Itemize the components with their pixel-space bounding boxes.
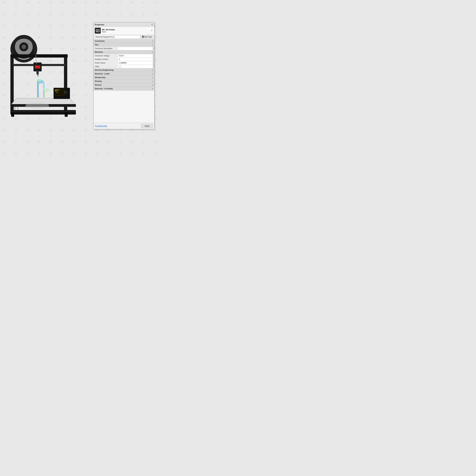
identity-data-label: Identity Data	[95, 76, 105, 79]
general-label: General	[95, 84, 102, 86]
section-electrical-engineering[interactable]: Electrical Engineering »	[94, 68, 154, 72]
panel-footer: Properties help Apply	[94, 122, 154, 129]
component-dropdown-icon[interactable]: ▼	[151, 30, 153, 32]
watermark-text: RD	[84, 24, 87, 27]
edit-type-button[interactable]: Edit Type	[141, 35, 153, 38]
watermark-text: RD	[37, 1, 41, 4]
watermark-text: RD	[130, 140, 134, 143]
watermark-text: RD	[49, 152, 53, 155]
watermark-text: RD	[84, 82, 87, 85]
watermark-text: RD	[119, 152, 122, 155]
phasing-label: Phasing	[95, 80, 102, 82]
watermark-text: RD	[26, 24, 30, 27]
number-of-poles-value: 1	[118, 58, 153, 61]
watermark-text: RD	[107, 152, 111, 155]
section-electrical-loads[interactable]: Electrical - Loads »	[94, 72, 154, 76]
watermark-text: RD	[72, 1, 76, 4]
properties-help-link[interactable]: Properties help	[95, 125, 107, 127]
section-identity-data[interactable]: Identity Data »	[94, 76, 154, 79]
electrical-circuiting-toggle: »	[152, 87, 153, 90]
connector-voltage-label: Connector Voltage	[94, 54, 118, 57]
watermark-text: RD	[3, 13, 6, 16]
svg-rect-44	[97, 30, 99, 30]
watermark-text: RD	[142, 152, 145, 155]
svg-rect-25	[55, 89, 56, 90]
svg-rect-46	[96, 32, 99, 32]
watermark-text: RD	[72, 152, 76, 155]
component-header: RD_3D Printer Black ▼	[94, 27, 154, 35]
utility-checkbox[interactable]	[119, 66, 121, 68]
electrical-engineering-toggle: »	[152, 69, 153, 71]
section-electrical-circuiting[interactable]: Electrical - Circuiting »	[94, 87, 154, 91]
number-of-poles-label: Number of Poles	[94, 58, 118, 61]
identity-data-toggle: »	[152, 76, 153, 79]
watermark-text: RD	[61, 24, 64, 27]
electrical-label: Electrical	[95, 51, 103, 53]
svg-rect-27	[55, 91, 56, 92]
watermark-text: RD	[142, 1, 145, 4]
watermark-text: RD	[14, 24, 18, 27]
watermark-text: RD	[61, 152, 64, 155]
watermark-text: RD	[14, 140, 18, 143]
watermark-text: RD	[84, 13, 87, 16]
panel-titlebar[interactable]: Properties ×	[94, 22, 154, 27]
watermark-text: RD	[14, 13, 18, 16]
connector-description-label: Connector Description	[94, 47, 118, 50]
watermark-text: RD	[72, 13, 76, 16]
watermark-text: RD	[96, 140, 99, 143]
prop-connector-description: Connector Description	[94, 47, 154, 50]
watermark-text: RD	[61, 129, 64, 132]
svg-rect-43	[96, 30, 100, 30]
watermark-text: RD	[107, 1, 111, 4]
section-general[interactable]: General »	[94, 83, 154, 87]
watermark-text: RD	[37, 140, 41, 143]
prop-power-factor: Power Factor 1.000000	[94, 61, 154, 65]
properties-body[interactable]: Constraints » Text « Connector Descripti…	[94, 39, 154, 122]
watermark-text: RD	[96, 1, 99, 4]
section-text-header[interactable]: Text «	[94, 43, 154, 47]
prop-connector-voltage: Connector Voltage 0.00 V	[94, 54, 154, 58]
watermark-text: RD	[61, 140, 64, 143]
svg-rect-11	[36, 71, 39, 74]
phasing-toggle: »	[152, 80, 153, 82]
section-electrical-header[interactable]: Electrical «	[94, 50, 154, 54]
section-phasing[interactable]: Phasing »	[94, 79, 154, 83]
svg-marker-19	[49, 88, 51, 97]
watermark-text: RD	[84, 129, 87, 132]
close-button[interactable]: ×	[151, 23, 153, 26]
apply-button[interactable]: Apply	[141, 124, 153, 128]
component-sub: Black	[102, 31, 150, 33]
watermark-text: RD	[72, 129, 76, 132]
watermark-text: RD	[107, 13, 111, 16]
watermark-text: RD	[84, 152, 87, 155]
watermark-text: RD	[3, 140, 6, 143]
watermark-text: RD	[3, 152, 6, 155]
utility-checkbox-wrap[interactable]	[118, 65, 153, 68]
component-name: RD_3D Printer	[102, 29, 150, 31]
properties-panel: Properties × RD_3D Printer Black ▼ Elect…	[93, 22, 154, 129]
connector-voltage-value: 0.00 V	[118, 54, 153, 57]
watermark-text: RD	[37, 24, 41, 27]
watermark-text: RD	[119, 13, 122, 16]
watermark-text: RD	[3, 1, 6, 4]
connector-description-input[interactable]	[118, 47, 153, 50]
watermark-text: RD	[142, 13, 145, 16]
watermark-text: RD	[96, 152, 99, 155]
category-select[interactable]: Electrical Equipment (1)	[94, 35, 140, 38]
watermark-text: RD	[3, 24, 6, 27]
printer-area	[4, 30, 83, 126]
watermark-text: RD	[49, 129, 53, 132]
svg-rect-41	[96, 30, 96, 32]
section-constraints[interactable]: Constraints »	[94, 39, 154, 43]
watermark-text: RD	[26, 129, 30, 132]
watermark-text: RD	[49, 24, 53, 27]
svg-marker-15	[37, 80, 39, 97]
watermark-text: RD	[49, 140, 53, 143]
svg-point-31	[65, 91, 66, 93]
watermark-text: RD	[153, 1, 157, 4]
svg-rect-10	[35, 66, 40, 68]
watermark-text: RD	[130, 13, 134, 16]
edit-type-label: Edit Type	[145, 36, 152, 38]
watermark-text: RD	[3, 129, 6, 132]
watermark-text: RD	[61, 1, 64, 4]
